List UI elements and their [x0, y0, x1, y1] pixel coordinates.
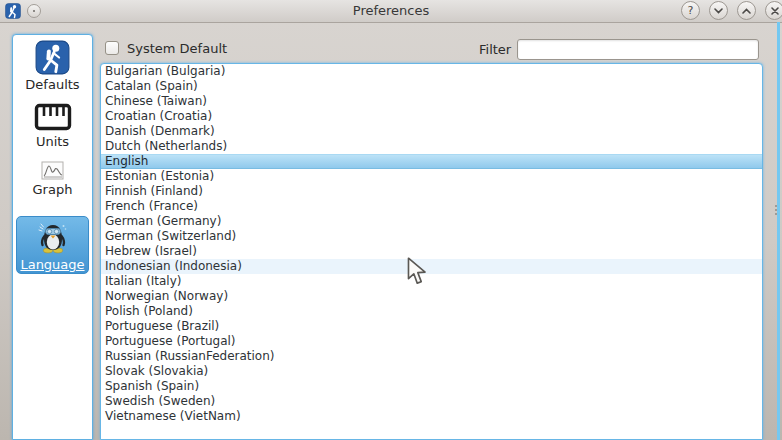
- sidebar-item-label: Units: [13, 134, 92, 149]
- language-list-item[interactable]: Indonesian (Indonesia): [101, 259, 762, 274]
- language-list-item[interactable]: Finnish (Finland): [101, 184, 762, 199]
- system-default-label: System Default: [127, 41, 227, 56]
- close-icon: [771, 7, 779, 15]
- close-button[interactable]: [765, 1, 782, 20]
- language-list-item[interactable]: French (France): [101, 199, 762, 214]
- hiker-icon: [35, 40, 70, 75]
- titlebar: Preferences ?: [0, 0, 782, 23]
- language-list-item[interactable]: Spanish (Spain): [101, 379, 762, 394]
- chevron-down-icon: [714, 8, 723, 14]
- window-title: Preferences: [0, 0, 782, 22]
- keep-above-button[interactable]: [737, 1, 756, 20]
- sidebar-item-language[interactable]: Language: [16, 216, 89, 274]
- language-list-item[interactable]: Dutch (Netherlands): [101, 139, 762, 154]
- language-list-item[interactable]: Swedish (Sweden): [101, 394, 762, 409]
- ruler-icon: [34, 102, 72, 132]
- background-window-edge: [777, 22, 780, 440]
- language-list-item[interactable]: Portuguese (Portugal): [101, 334, 762, 349]
- category-list: Defaults Units Graph: [12, 34, 93, 440]
- language-list-item[interactable]: Polish (Poland): [101, 304, 762, 319]
- penguin-icon: [35, 220, 71, 256]
- chevron-up-icon: [742, 8, 751, 14]
- language-list-item[interactable]: Chinese (Taiwan): [101, 94, 762, 109]
- language-list-item[interactable]: Italian (Italy): [101, 274, 762, 289]
- splitter-grip-dots: [775, 205, 777, 219]
- language-list-item[interactable]: Norwegian (Norway): [101, 289, 762, 304]
- filter-input[interactable]: [517, 39, 759, 60]
- language-list-item[interactable]: Portuguese (Brazil): [101, 319, 762, 334]
- shade-button[interactable]: [709, 1, 728, 20]
- sidebar-item-graph[interactable]: Graph: [13, 161, 92, 197]
- sidebar-item-label: Language: [17, 257, 88, 272]
- help-button[interactable]: ?: [681, 1, 700, 20]
- language-list-item[interactable]: Russian (RussianFederation): [101, 349, 762, 364]
- language-list-item[interactable]: Danish (Denmark): [101, 124, 762, 139]
- graph-curve-icon: [41, 161, 64, 180]
- language-list-item[interactable]: Croatian (Croatia): [101, 109, 762, 124]
- language-list-item[interactable]: Hebrew (Israel): [101, 244, 762, 259]
- system-default-checkbox[interactable]: [105, 41, 119, 55]
- sidebar-item-label: Defaults: [13, 77, 92, 92]
- language-list-item[interactable]: Slovak (Slovakia): [101, 364, 762, 379]
- language-list-item[interactable]: Catalan (Spain): [101, 79, 762, 94]
- filter-label: Filter: [479, 41, 511, 58]
- language-list-item[interactable]: German (Germany): [101, 214, 762, 229]
- language-list-item[interactable]: Bulgarian (Bulgaria): [101, 64, 762, 79]
- language-list-item[interactable]: Vietnamese (VietNam): [101, 409, 762, 424]
- language-list-item[interactable]: Estonian (Estonia): [101, 169, 762, 184]
- question-icon: ?: [688, 4, 694, 17]
- sidebar-item-defaults[interactable]: Defaults: [13, 40, 92, 92]
- language-list[interactable]: Bulgarian (Bulgaria)Catalan (Spain)Chine…: [100, 63, 763, 440]
- language-list-item[interactable]: English: [101, 154, 762, 169]
- language-list-item[interactable]: German (Switzerland): [101, 229, 762, 244]
- sidebar-item-label: Graph: [13, 182, 92, 197]
- sidebar-item-units[interactable]: Units: [13, 102, 92, 149]
